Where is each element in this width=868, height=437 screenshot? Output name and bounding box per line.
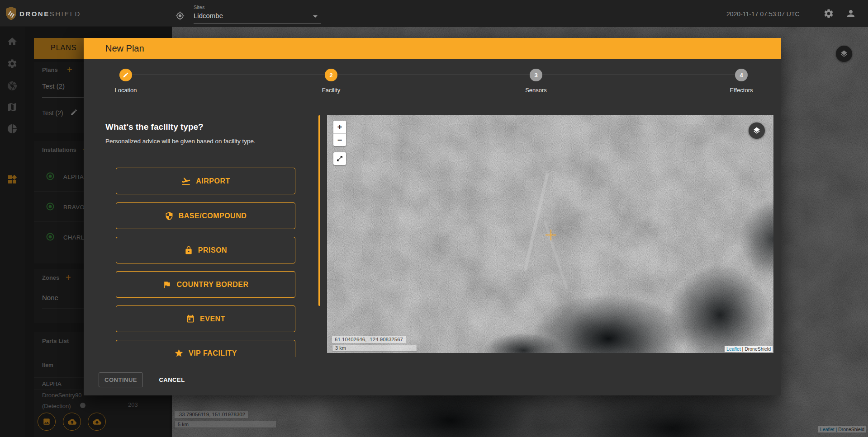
- facility-option-label: VIP FACILITY: [189, 349, 237, 357]
- facility-map[interactable]: + − 61.10402646, -124.90832567 3 km Leaf…: [327, 115, 773, 353]
- zoom-controls: + −: [333, 121, 346, 146]
- site-target-icon: [175, 11, 185, 20]
- gear-icon[interactable]: [823, 8, 834, 19]
- attribution-separator: |: [742, 346, 744, 352]
- layers-icon: [753, 127, 761, 135]
- brand-name: DRONESHIELD: [19, 10, 81, 18]
- step-connector: [337, 75, 530, 75]
- pencil-icon: [123, 72, 129, 78]
- continue-button[interactable]: CONTINUE: [99, 372, 143, 387]
- facility-option-prison[interactable]: PRISON: [116, 237, 295, 263]
- step-effectors[interactable]: 4: [735, 69, 748, 81]
- step-label-facility: Facility: [304, 87, 358, 94]
- facility-option-event[interactable]: EVENT: [116, 305, 295, 332]
- new-plan-modal: New Plan Location 2 Facility 3 Sensors 4…: [84, 38, 781, 395]
- fullscreen-button[interactable]: [333, 152, 346, 165]
- facility-option-vip-facility[interactable]: VIP FACILITY: [116, 340, 295, 357]
- droneshield-logo: [6, 6, 16, 20]
- step-label-effectors: Effectors: [714, 87, 768, 94]
- step-connector: [132, 75, 325, 75]
- brand-bold: DRONE: [19, 10, 50, 18]
- brand-light: SHIELD: [50, 10, 81, 18]
- facility-options-scroll-area[interactable]: What's the facility type? Personalized a…: [84, 115, 321, 357]
- step-location[interactable]: [119, 69, 132, 81]
- step-label-sensors: Sensors: [509, 87, 563, 94]
- lock-icon: [184, 246, 193, 255]
- chevron-down-icon: [313, 15, 318, 18]
- facility-option-country-border[interactable]: COUNTRY BORDER: [116, 271, 295, 298]
- modal-title: New Plan: [105, 38, 144, 59]
- facility-subtitle: Personalized advice will be given based …: [105, 138, 256, 145]
- flight-takeoff-icon: [181, 176, 191, 186]
- step-number: 2: [329, 72, 332, 79]
- step-connector: [542, 75, 735, 75]
- top-bar: DRONESHIELD Sites Lidcombe 2020-11-17 07…: [0, 0, 868, 27]
- location-crosshair: [550, 230, 551, 240]
- sites-value: Lidcombe: [194, 12, 223, 19]
- utc-timestamp: 2020-11-17 07:53:07 UTC: [726, 10, 800, 18]
- layers-button[interactable]: [749, 122, 765, 139]
- map-coordinates: 61.10402646, -124.90832567: [332, 336, 406, 343]
- map-attribution: Leaflet | DroneShield: [725, 346, 773, 352]
- facility-question: What's the facility type?: [105, 122, 204, 132]
- step-facility[interactable]: 2: [325, 69, 337, 81]
- facility-option-label: COUNTRY BORDER: [176, 281, 248, 289]
- step-label-location: Location: [99, 87, 153, 94]
- facility-option-label: EVENT: [200, 315, 225, 323]
- cancel-button[interactable]: CANCEL: [156, 372, 188, 387]
- sites-dropdown[interactable]: Sites Lidcombe: [194, 4, 321, 24]
- user-account-icon[interactable]: [845, 8, 856, 19]
- step-number: 4: [740, 72, 743, 79]
- calendar-icon: [186, 315, 195, 324]
- facility-option-airport[interactable]: AIRPORT: [116, 168, 295, 194]
- zoom-out-button[interactable]: −: [333, 133, 346, 146]
- leaflet-link[interactable]: Leaflet: [726, 346, 741, 352]
- attribution-name: DroneShield: [745, 346, 771, 352]
- app-window: -33.79056119, 151.01978302 5 km Leaflet …: [0, 0, 868, 437]
- expand-icon: [336, 155, 343, 162]
- step-number: 3: [534, 72, 537, 79]
- star-icon: [174, 348, 184, 357]
- zoom-in-button[interactable]: +: [333, 121, 346, 133]
- flag-icon: [162, 280, 171, 289]
- facility-option-label: AIRPORT: [196, 177, 230, 185]
- step-sensors[interactable]: 3: [530, 69, 542, 81]
- facility-option-base-compound[interactable]: BASE/COMPOUND: [116, 202, 295, 229]
- facility-option-label: BASE/COMPOUND: [179, 212, 247, 220]
- facility-scrollbar-thumb[interactable]: [318, 115, 320, 306]
- map-scale: 3 km: [332, 345, 417, 352]
- modal-header: New Plan: [84, 38, 781, 59]
- sites-label: Sites: [194, 5, 204, 10]
- sites-underline: [194, 23, 321, 24]
- shield-icon: [165, 211, 174, 221]
- facility-option-label: PRISON: [198, 246, 227, 254]
